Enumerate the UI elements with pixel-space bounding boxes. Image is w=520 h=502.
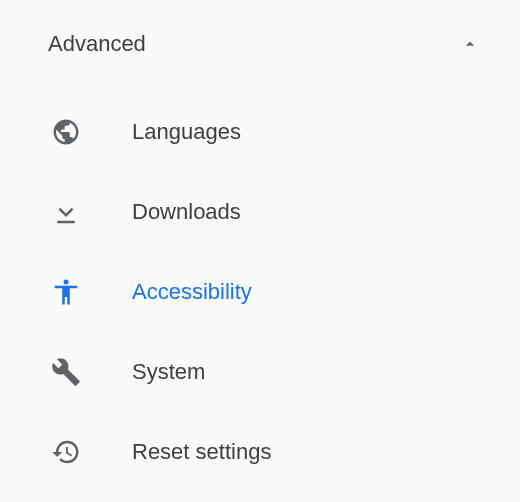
menu-item-languages[interactable]: Languages bbox=[0, 92, 520, 172]
section-title: Advanced bbox=[48, 31, 146, 57]
menu-label-accessibility: Accessibility bbox=[132, 279, 252, 305]
menu-item-reset-settings[interactable]: Reset settings bbox=[0, 412, 520, 492]
menu-item-downloads[interactable]: Downloads bbox=[0, 172, 520, 252]
menu-label-languages: Languages bbox=[132, 119, 241, 145]
menu-item-accessibility[interactable]: Accessibility bbox=[0, 252, 520, 332]
collapse-up-icon bbox=[460, 34, 480, 54]
accessibility-icon bbox=[50, 276, 82, 308]
history-icon bbox=[50, 436, 82, 468]
menu-item-system[interactable]: System bbox=[0, 332, 520, 412]
menu-label-downloads: Downloads bbox=[132, 199, 241, 225]
download-icon bbox=[50, 196, 82, 228]
advanced-menu-list: Languages Downloads Accessibility System… bbox=[0, 66, 520, 492]
menu-label-reset-settings: Reset settings bbox=[132, 439, 271, 465]
menu-label-system: System bbox=[132, 359, 205, 385]
svg-point-0 bbox=[64, 280, 69, 285]
advanced-section-header[interactable]: Advanced bbox=[0, 22, 520, 66]
globe-icon bbox=[50, 116, 82, 148]
wrench-icon bbox=[50, 356, 82, 388]
